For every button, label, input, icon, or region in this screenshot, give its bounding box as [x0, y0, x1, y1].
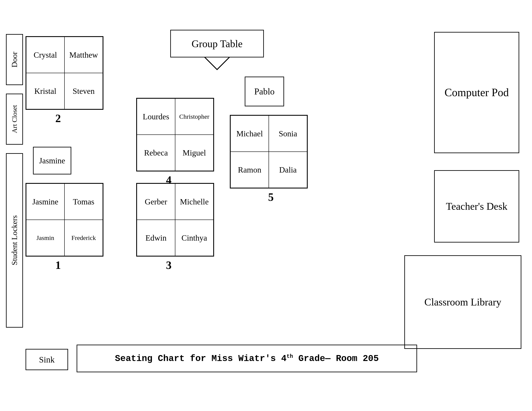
- desk-grid-3: Gerber Michelle Edwin Cinthya: [136, 183, 214, 257]
- desk-jasmine[interactable]: Jasmine: [26, 184, 65, 220]
- desk-lourdes[interactable]: Lourdes: [137, 99, 175, 135]
- desk-cinthya[interactable]: Cinthya: [175, 220, 213, 256]
- group-number-3: 3: [166, 259, 171, 271]
- desk-matthew[interactable]: Matthew: [65, 37, 103, 73]
- desk-christopher[interactable]: Christopher: [175, 99, 213, 135]
- desk-pablo[interactable]: Pablo: [245, 77, 284, 106]
- teachers-desk-label: Teacher's Desk: [446, 200, 507, 213]
- desk-group-4: Lourdes Christopher Rebeca Miguel 4: [136, 98, 214, 171]
- door-label: Door: [10, 52, 19, 67]
- group-number-5: 5: [268, 191, 274, 203]
- group-table-arrow: [204, 57, 230, 70]
- door-box: Door: [6, 34, 23, 85]
- desk-ramon[interactable]: Ramon: [230, 152, 269, 188]
- group-table-label: Group Table: [191, 38, 243, 50]
- desk-kristal[interactable]: Kristal: [26, 73, 65, 109]
- desk-gerber[interactable]: Gerber: [137, 184, 175, 220]
- desk-michael[interactable]: Michael: [230, 115, 269, 152]
- teachers-desk-box: Teacher's Desk: [434, 170, 519, 243]
- computer-pod-label: Computer Pod: [445, 85, 509, 100]
- desk-group-5: Michael Sonia Ramon Dalia 5: [230, 115, 308, 188]
- desk-steven[interactable]: Steven: [65, 73, 103, 109]
- classroom-library-box: Classroom Library: [404, 255, 521, 349]
- desk-group-3: Gerber Michelle Edwin Cinthya 3: [136, 183, 214, 257]
- desk-group-1: Jasmine Tomas Jasmin Frederick 1: [26, 183, 104, 257]
- desk-crystal[interactable]: Crystal: [26, 37, 65, 73]
- desk-dalia[interactable]: Dalia: [269, 152, 307, 188]
- desk-jasmin[interactable]: Jasmin: [26, 220, 65, 256]
- sink-box: Sink: [26, 349, 68, 370]
- desk-michelle[interactable]: Michelle: [175, 184, 213, 220]
- computer-pod-box: Computer Pod: [434, 32, 519, 153]
- sink-label: Sink: [39, 355, 55, 365]
- desk-tomas[interactable]: Tomas: [65, 184, 103, 220]
- classroom-library-label: Classroom Library: [424, 296, 501, 309]
- desk-rebeca[interactable]: Rebeca: [137, 135, 175, 171]
- desk-group-2: Crystal Matthew Kristal Steven 2: [26, 36, 104, 110]
- room-layout: Door Art Closet Student Lockers Group Ta…: [0, 0, 532, 411]
- desk-jasmine-solo[interactable]: Jasmine: [33, 147, 71, 174]
- art-closet-label: Art Closet: [11, 105, 19, 133]
- group-table-box: Group Table: [170, 30, 264, 57]
- group-table-area: Group Table: [170, 30, 264, 70]
- group-number-2: 2: [55, 112, 61, 125]
- desk-grid-4: Lourdes Christopher Rebeca Miguel: [136, 98, 214, 171]
- title-box: Seating Chart for Miss Wiatr's 4th Grade…: [76, 345, 417, 372]
- desk-sonia[interactable]: Sonia: [269, 115, 307, 152]
- desk-grid-1: Jasmine Tomas Jasmin Frederick: [26, 183, 104, 257]
- desk-edwin[interactable]: Edwin: [137, 220, 175, 256]
- desk-grid-5: Michael Sonia Ramon Dalia: [230, 115, 308, 188]
- art-closet-box: Art Closet: [6, 93, 23, 145]
- group-number-1: 1: [55, 259, 61, 271]
- desk-grid-2: Crystal Matthew Kristal Steven: [26, 36, 104, 110]
- chart-title: Seating Chart for Miss Wiatr's 4th Grade…: [115, 353, 379, 364]
- desk-miguel[interactable]: Miguel: [175, 135, 213, 171]
- desk-frederick[interactable]: Frederick: [65, 220, 103, 256]
- student-lockers-box: Student Lockers: [6, 153, 23, 328]
- student-lockers-label: Student Lockers: [10, 215, 19, 265]
